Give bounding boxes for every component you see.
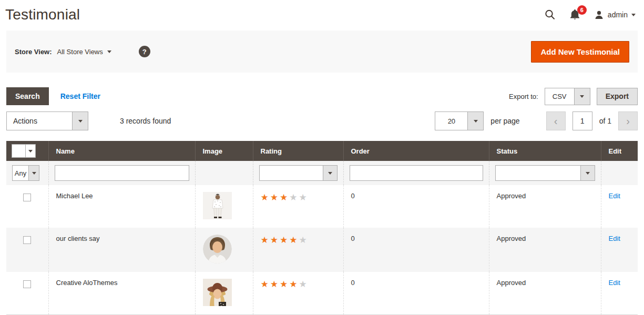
user-icon <box>594 10 604 20</box>
image-cell <box>195 228 253 272</box>
actions-value: Actions <box>7 112 72 130</box>
export-group: Export to: CSV Export <box>509 88 638 105</box>
chevron-down-icon <box>323 166 337 180</box>
export-format-value: CSV <box>545 88 574 105</box>
table-row: Michael Lee★★★★★0ApprovedEdit <box>6 185 638 228</box>
order-cell: 0 <box>343 228 489 272</box>
name-filter-input[interactable] <box>55 165 189 181</box>
rating-cell: ★★★★★ <box>253 272 343 315</box>
select-all-checkbox[interactable] <box>12 145 25 157</box>
chevron-down-icon <box>580 166 595 180</box>
rating-cell: ★★★★★ <box>253 228 343 272</box>
edit-filter-cell <box>601 161 638 185</box>
per-page-select[interactable]: 20 <box>435 111 484 130</box>
page-title: Testimonial <box>5 6 80 23</box>
actions-select[interactable]: Actions <box>6 111 88 130</box>
total-pages-label: of 1 <box>599 117 611 125</box>
grid-controls-row-2: Actions 3 records found 20 per page ‹ of… <box>6 111 638 130</box>
order-filter-cell <box>343 161 489 185</box>
rating-stars: ★★★★★ <box>261 192 309 202</box>
row-checkbox[interactable] <box>23 194 31 201</box>
status-filter-select[interactable] <box>495 165 595 181</box>
status-cell: Approved <box>489 185 601 228</box>
column-header-status[interactable]: Status <box>489 141 601 161</box>
checkbox-filter-select[interactable]: Any <box>12 165 39 181</box>
search-button[interactable]: Search <box>6 87 49 105</box>
checkbox-filter-value: Any <box>13 166 28 180</box>
store-view-dropdown[interactable]: All Store Views <box>57 48 111 56</box>
export-button[interactable]: Export <box>597 88 638 105</box>
chevron-down-icon <box>72 112 88 130</box>
edit-cell: Edit <box>601 272 638 315</box>
header-actions: 6 admin <box>544 9 636 21</box>
rating-stars: ★★★★★ <box>261 279 309 289</box>
admin-name: admin <box>608 11 628 19</box>
chevron-down-icon <box>631 14 636 16</box>
rating-filter-value <box>260 166 323 180</box>
image-cell <box>195 185 253 228</box>
previous-page-button[interactable]: ‹ <box>546 111 566 130</box>
testimonial-photo <box>203 235 232 263</box>
status-cell: Approved <box>489 228 601 272</box>
chevron-down-icon <box>28 166 39 180</box>
store-view-value: All Store Views <box>57 48 103 56</box>
pagination: 20 per page ‹ of 1 › <box>435 111 638 130</box>
table-row: our clients say★★★★★0ApprovedEdit <box>6 228 638 272</box>
rating-filter-cell <box>253 161 343 185</box>
testimonial-grid: Name Image Rating Order Status Edit Any <box>6 141 638 315</box>
export-to-label: Export to: <box>509 93 538 100</box>
row-checkbox[interactable] <box>23 236 31 244</box>
column-header-image[interactable]: Image <box>195 141 253 161</box>
reset-filter-link[interactable]: Reset Filter <box>60 92 100 100</box>
row-checkbox-cell <box>6 272 48 315</box>
image-filter-cell <box>195 161 253 185</box>
per-page-label: per page <box>490 117 519 125</box>
grid-header: Name Image Rating Order Status Edit <box>6 141 638 161</box>
row-checkbox[interactable] <box>23 280 31 288</box>
notifications-bell-icon[interactable]: 6 <box>569 9 580 21</box>
per-page-value: 20 <box>435 112 467 130</box>
status-cell: Approved <box>489 272 601 315</box>
search-icon[interactable] <box>544 9 556 21</box>
order-filter-input[interactable] <box>350 165 483 181</box>
rating-cell: ★★★★★ <box>253 185 343 228</box>
chevron-down-icon <box>25 145 35 157</box>
grid-filter-row-body: Any <box>6 161 638 185</box>
admin-account-menu[interactable]: admin <box>594 10 636 20</box>
edit-cell: Edit <box>601 228 638 272</box>
grid-controls-row-1: Search Reset Filter Export to: CSV Expor… <box>6 87 638 105</box>
order-cell: 0 <box>343 272 489 315</box>
export-format-select[interactable]: CSV <box>545 88 590 105</box>
name-filter-cell <box>48 161 195 185</box>
column-header-edit[interactable]: Edit <box>601 141 638 161</box>
column-header-name[interactable]: Name <box>48 141 195 161</box>
chevron-down-icon <box>574 88 590 105</box>
table-body: Michael Lee★★★★★0ApprovedEditour clients… <box>6 185 638 315</box>
store-view-label: Store View: <box>15 48 52 56</box>
select-all-dropdown[interactable] <box>12 144 36 158</box>
edit-link[interactable]: Edit <box>609 192 620 200</box>
edit-link[interactable]: Edit <box>609 279 620 287</box>
store-view-switcher: Store View: All Store Views ? <box>15 46 150 57</box>
table-row: Creative AloThemes★★★★★0ApprovedEdit <box>6 272 638 315</box>
column-header-rating[interactable]: Rating <box>253 141 343 161</box>
add-new-testimonial-button[interactable]: Add New Testimonial <box>531 41 629 63</box>
notifications-badge: 6 <box>577 5 587 15</box>
edit-link[interactable]: Edit <box>609 235 620 242</box>
row-checkbox-cell <box>6 185 48 228</box>
name-cell: Creative AloThemes <box>48 272 195 315</box>
row-checkbox-cell <box>6 228 48 272</box>
chevron-down-icon <box>467 112 483 130</box>
status-filter-value <box>496 166 580 180</box>
next-page-button[interactable]: › <box>618 111 638 130</box>
current-page-input[interactable] <box>573 111 592 130</box>
rating-filter-select[interactable] <box>259 165 338 181</box>
rating-stars: ★★★★★ <box>261 235 309 245</box>
order-cell: 0 <box>343 185 489 228</box>
name-cell: our clients say <box>48 228 195 272</box>
name-cell: Michael Lee <box>48 185 195 228</box>
store-view-toolbar: Store View: All Store Views ? Add New Te… <box>6 31 638 73</box>
help-icon[interactable]: ? <box>139 46 150 57</box>
testimonial-photo <box>203 279 232 306</box>
column-header-order[interactable]: Order <box>343 141 489 161</box>
